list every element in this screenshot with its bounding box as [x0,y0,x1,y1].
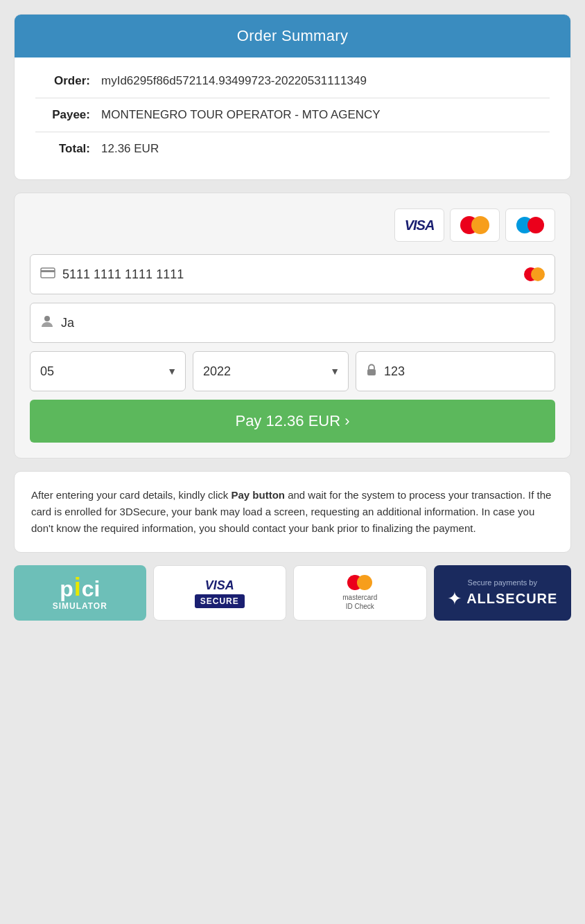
total-label: Total: [35,142,101,156]
pci-logo: pici [60,575,100,600]
mc-idcheck-content: mastercardID Check [342,575,377,611]
card-logos: VISA [30,208,555,242]
cardholder-field[interactable] [30,303,555,343]
total-value: 12.36 EUR [101,142,159,156]
mc-idcheck-orange [357,575,372,590]
mastercard-logo [450,208,500,242]
pci-c: ci [82,578,101,600]
pay-button[interactable]: Pay 12.36 EUR › [30,400,555,443]
allsecure-name-text: ALLSECURE [466,591,557,607]
allsecure-star-icon: ✦ [447,589,462,607]
pci-p: p [60,578,73,600]
pci-i: i [74,575,81,600]
svg-point-2 [44,316,50,321]
allsecure-top-text: Secure payments by [468,578,537,587]
order-summary-header: Order Summary [15,15,570,57]
card-mc-orange [531,267,545,281]
footer-badges: pici SIMULATOR VISA SECURE mastercardID … [14,565,571,621]
order-label: Order: [35,74,101,88]
order-summary-card: Order Summary Order: myId6295f86d572114.… [14,14,571,180]
allsecure-main: ✦ ALLSECURE [447,589,557,607]
info-card: After entering your card details, kindly… [14,471,571,553]
order-value: myId6295f86d572114.93499723-202205311113… [101,74,367,88]
maestro-logo [505,208,555,242]
visa-logo: VISA [394,208,444,242]
expiry-year-select[interactable]: 2022 2023 2024 2025 2026 [203,364,338,378]
total-row: Total: 12.36 EUR [35,132,550,166]
visa-secure-bottom-text: SECURE [195,594,245,608]
visa-secure-badge: VISA SECURE [153,565,287,621]
cardholder-input[interactable] [61,316,545,330]
card-icon [40,267,55,282]
cvv-field[interactable] [356,351,555,391]
info-text: After entering your card details, kindly… [31,487,554,537]
order-id-row: Order: myId6295f86d572114.93499723-20220… [35,64,550,98]
svg-rect-3 [367,369,376,375]
cvv-input[interactable] [384,364,545,379]
maestro-circles [516,217,544,233]
pci-badge: pici SIMULATOR [14,565,146,621]
payee-value: MONTENEGRO TOUR OPERATOR - MTO AGENCY [101,108,381,122]
mc-idcheck-badge: mastercardID Check [293,565,427,621]
maestro-red-circle [527,217,544,233]
person-icon [40,314,54,332]
mc-idcheck-circles [347,575,372,590]
payment-card: VISA [14,193,571,459]
expiry-cvv-row: 01 02 03 04 05 06 07 08 09 10 11 12 ▼ 20… [30,351,555,391]
svg-rect-0 [41,268,55,278]
expiry-month-select[interactable]: 01 02 03 04 05 06 07 08 09 10 11 12 [40,364,175,378]
visa-text: VISA [405,217,435,233]
payee-row: Payee: MONTENEGRO TOUR OPERATOR - MTO AG… [35,98,550,132]
mc-orange-circle [471,216,489,234]
expiry-month-field[interactable]: 01 02 03 04 05 06 07 08 09 10 11 12 ▼ [30,351,186,391]
expiry-year-field[interactable]: 2022 2023 2024 2025 2026 ▼ [193,351,349,391]
card-number-input[interactable] [62,267,524,282]
visa-secure-content: VISA SECURE [195,578,245,608]
payee-label: Payee: [35,108,101,122]
order-details: Order: myId6295f86d572114.93499723-20220… [15,57,570,179]
mastercard-circles [460,216,489,234]
pci-content: pici SIMULATOR [53,575,107,611]
lock-icon [366,364,377,379]
pci-simulator-text: SIMULATOR [53,601,107,611]
mc-idcheck-text: mastercardID Check [342,593,377,611]
visa-secure-top-text: VISA [205,578,234,593]
allsecure-badge: Secure payments by ✦ ALLSECURE [434,565,572,621]
card-type-indicator [524,267,545,281]
svg-rect-1 [41,270,55,272]
card-number-field[interactable] [30,254,555,294]
